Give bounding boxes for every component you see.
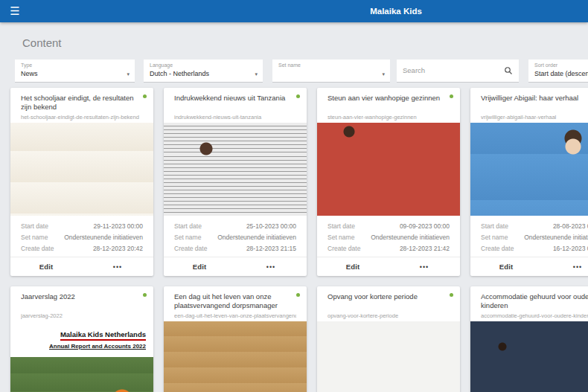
more-icon: ••• — [266, 263, 275, 271]
content-card: Steun aan vier wanhopige gezinnen steun-… — [317, 88, 460, 276]
card-image — [317, 321, 460, 392]
create-date-label: Create date — [21, 243, 54, 254]
card-image — [470, 321, 588, 392]
card-title: Opvang voor kortere periode — [327, 292, 450, 301]
card-slug: indrukwekkend-nieuws-uit-tanzania — [174, 114, 296, 121]
content-card: Het schooljaar eindigt, de resultaten zi… — [10, 88, 153, 276]
app-root: ☰ Malaika Kids Content Type News ▾ Langu… — [0, 0, 588, 392]
start-date-label: Start date — [481, 221, 508, 232]
search-field[interactable] — [397, 60, 519, 83]
filters-row: Type News ▾ Language Dutch - Netherlands… — [0, 60, 588, 83]
card-header: Een dag uit het leven van onze plaatsver… — [164, 286, 307, 321]
set-name-value: Ondersteunende initiatieven — [371, 232, 450, 243]
card-image — [164, 321, 307, 392]
more-menu-button[interactable]: ••• — [235, 257, 307, 276]
card-title: Indrukwekkend nieuws uit Tanzania — [174, 94, 296, 103]
card-title: Vrijwilliger Abigail: haar verhaal — [481, 94, 588, 103]
set-name-value: Ondersteunende initiatieven — [524, 232, 588, 243]
edit-button[interactable]: Edit — [164, 257, 235, 276]
card-actions: Edit ••• — [10, 257, 153, 276]
content-card: Opvang voor kortere periode opvang-voor-… — [317, 286, 460, 392]
create-date-value: 28-12-2023 21:42 — [400, 243, 450, 254]
status-dot — [450, 94, 453, 98]
set-name-value: Ondersteunende initiatieven — [217, 232, 296, 243]
card-header: Steun aan vier wanhopige gezinnen steun-… — [317, 88, 460, 123]
report-cover-subtitle: Annual Report and Accounts 2022 — [10, 343, 146, 350]
language-label: Language — [150, 62, 257, 68]
card-header: Vrijwilliger Abigail: haar verhaal vrijw… — [470, 88, 588, 123]
card-meta: Start date25-10-2023 00:00 Set nameOnder… — [164, 216, 307, 258]
set-name-value: Ondersteunende initiatieven — [64, 232, 143, 243]
set-name-label: Set name — [21, 232, 48, 243]
content-card: Jaarverslag 2022 jaarverslag-2022 Malaik… — [10, 286, 153, 392]
chevron-down-icon: ▾ — [127, 71, 130, 77]
status-dot — [143, 293, 147, 297]
card-actions: Edit ••• — [317, 257, 460, 276]
card-meta: Start date28-08-2023 00:00 Set nameOnder… — [470, 216, 588, 258]
card-slug: een-dag-uit-het-leven-van-onze-plaatsver… — [174, 312, 296, 319]
search-icon — [504, 66, 513, 75]
set-name-label: Set name — [174, 232, 201, 243]
start-date-label: Start date — [174, 221, 202, 232]
card-meta: Start date09-09-2023 00:00 Set nameOnder… — [317, 216, 460, 258]
report-cover-title: Malaika Kids Netherlands — [60, 330, 146, 341]
status-dot — [450, 293, 453, 297]
content-card: Vrijwilliger Abigail: haar verhaal vrijw… — [470, 88, 588, 276]
more-menu-button[interactable]: ••• — [542, 257, 588, 276]
sort-order-select[interactable]: Sort order Start date (descending) — [528, 60, 588, 83]
language-select[interactable]: Language Dutch - Netherlands ▾ — [144, 60, 263, 83]
more-icon: ••• — [113, 263, 122, 271]
card-actions: Edit ••• — [470, 257, 588, 276]
card-title: Steun aan vier wanhopige gezinnen — [327, 94, 450, 103]
status-dot — [296, 293, 300, 297]
card-title: Een dag uit het leven van onze plaatsver… — [174, 292, 296, 309]
cards-grid: Het schooljaar eindigt, de resultaten zi… — [10, 88, 588, 392]
start-date-label: Start date — [327, 221, 355, 232]
app-bar: ☰ Malaika Kids — [0, 0, 588, 22]
report-cover: Malaika Kids Netherlands Annual Report a… — [10, 321, 153, 357]
create-date-label: Create date — [481, 243, 514, 254]
card-image: Malaika Kids Netherlands Annual Report a… — [10, 321, 153, 392]
chevron-down-icon: ▾ — [382, 71, 385, 77]
start-date-label: Start date — [21, 221, 48, 232]
more-icon: ••• — [420, 263, 429, 271]
card-slug: opvang-voor-kortere-periode — [327, 312, 450, 319]
status-dot — [143, 94, 147, 98]
set-name-label: Set name — [278, 62, 384, 68]
set-name-select[interactable]: Set name ▾ — [272, 60, 390, 83]
card-title: Accommodatie gehuurd voor oudere kindere… — [481, 292, 588, 309]
more-menu-button[interactable]: ••• — [82, 257, 153, 276]
start-date-value: 09-09-2023 00:00 — [400, 221, 450, 232]
card-meta: Start date29-11-2023 00:00 Set nameOnder… — [10, 216, 153, 258]
more-menu-button[interactable]: ••• — [389, 257, 460, 276]
sort-order-label: Sort order — [534, 62, 588, 68]
chevron-down-icon: ▾ — [255, 71, 258, 77]
card-title: Jaarverslag 2022 — [21, 292, 143, 301]
card-slug: jaarverslag-2022 — [21, 312, 143, 319]
set-name-label: Set name — [327, 232, 354, 243]
edit-button[interactable]: Edit — [470, 257, 542, 276]
content-card: Accommodatie gehuurd voor oudere kindere… — [470, 286, 588, 392]
create-date-value: 16-12-2023 00:00 — [553, 243, 588, 254]
page-title: Content — [22, 36, 62, 49]
type-value: News — [21, 68, 129, 79]
start-date-value: 29-11-2023 00:00 — [94, 221, 143, 232]
card-slug: accommodatie-gehuurd-voor-oudere-kindere… — [481, 312, 588, 319]
card-header: Opvang voor kortere periode opvang-voor-… — [317, 286, 460, 321]
type-select[interactable]: Type News ▾ — [15, 60, 135, 83]
search-input[interactable] — [403, 66, 499, 74]
start-date-value: 25-10-2023 00:00 — [246, 221, 296, 232]
create-date-label: Create date — [174, 243, 207, 254]
card-slug: steun-aan-vier-wanhopige-gezinnen — [327, 114, 450, 121]
type-label: Type — [21, 62, 129, 68]
card-header: Accommodatie gehuurd voor oudere kindere… — [470, 286, 588, 321]
card-header: Het schooljaar eindigt, de resultaten zi… — [10, 88, 153, 123]
create-date-label: Create date — [327, 243, 360, 254]
more-icon: ••• — [573, 263, 582, 271]
menu-icon[interactable]: ☰ — [7, 3, 23, 19]
card-actions: Edit ••• — [164, 257, 307, 276]
edit-button[interactable]: Edit — [10, 257, 82, 276]
content-card: Indrukwekkend nieuws uit Tanzania indruk… — [164, 88, 307, 276]
card-slug: het-schooljaar-eindigt-de-resultaten-zij… — [21, 114, 143, 121]
edit-button[interactable]: Edit — [317, 257, 389, 276]
